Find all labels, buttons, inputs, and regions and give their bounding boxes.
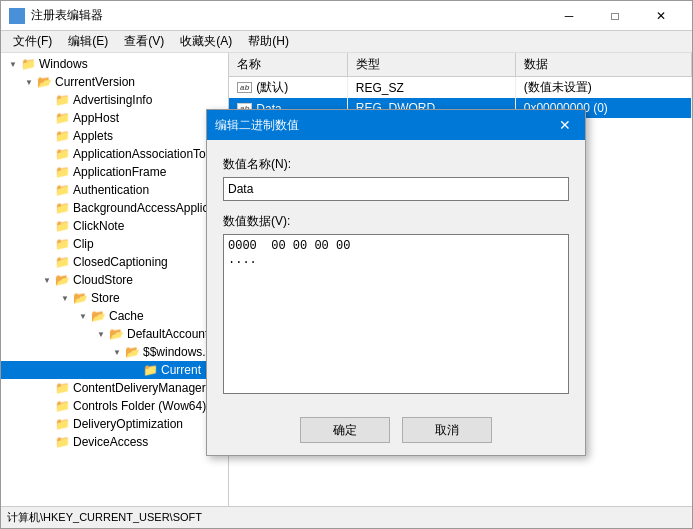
edit-binary-dialog: 编辑二进制数值 ✕ 数值名称(N): 数值数据(V): 确定 取消 (206, 109, 586, 456)
cancel-button[interactable]: 取消 (402, 417, 492, 443)
ok-button[interactable]: 确定 (300, 417, 390, 443)
dialog-title-bar: 编辑二进制数值 ✕ (207, 110, 585, 140)
dialog-overlay: 编辑二进制数值 ✕ 数值名称(N): 数值数据(V): 确定 取消 (1, 1, 692, 528)
name-input[interactable] (223, 177, 569, 201)
dialog-title: 编辑二进制数值 (215, 117, 553, 134)
data-label: 数值数据(V): (223, 213, 569, 230)
data-textarea[interactable] (223, 234, 569, 394)
name-label: 数值名称(N): (223, 156, 569, 173)
dialog-buttons: 确定 取消 (207, 409, 585, 455)
main-window: 注册表编辑器 ─ □ ✕ 文件(F) 编辑(E) 查看(V) 收藏夹(A) 帮助… (0, 0, 693, 529)
dialog-close-button[interactable]: ✕ (553, 113, 577, 137)
dialog-body: 数值名称(N): 数值数据(V): (207, 140, 585, 409)
